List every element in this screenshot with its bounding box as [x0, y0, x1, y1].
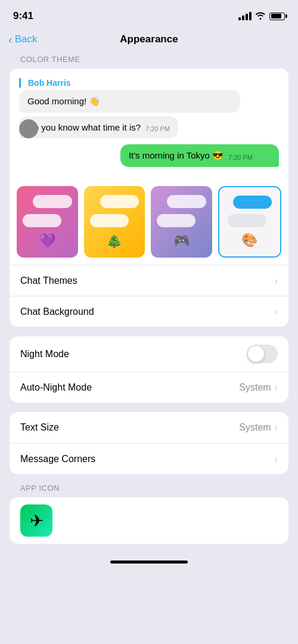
- auto-night-mode-chevron-icon: ›: [275, 382, 278, 393]
- incoming-text-2: Do you know what time it is?: [27, 122, 141, 132]
- theme-option-2[interactable]: 🎄: [84, 186, 145, 258]
- message-corners-label: Message Corners: [20, 454, 95, 465]
- home-indicator: [0, 553, 298, 568]
- theme-option-3[interactable]: 🎮: [151, 186, 212, 258]
- theme-option-1[interactable]: 💜: [17, 186, 78, 258]
- main-content: COLOR THEME Bob Harris Good morning! 👋 D…: [0, 55, 298, 544]
- night-mode-row[interactable]: Night Mode: [10, 336, 288, 371]
- chat-themes-chevron-icon: ›: [275, 275, 278, 286]
- text-appearance-card: Text Size System › Message Corners ›: [10, 412, 288, 474]
- outgoing-text: It's morning in Tokyo 😎: [129, 150, 224, 161]
- message-corners-right: ›: [275, 454, 278, 465]
- chat-background-row[interactable]: Chat Background ›: [10, 296, 288, 327]
- auto-night-mode-value: System: [239, 382, 271, 393]
- back-label: Back: [15, 33, 38, 45]
- battery-icon: [269, 13, 285, 20]
- message-corners-row[interactable]: Message Corners ›: [10, 443, 288, 474]
- incoming-bubble-1: Good morning! 👋: [19, 90, 240, 113]
- text-size-label: Text Size: [20, 422, 59, 433]
- theme-4-bubble-in: [228, 214, 266, 227]
- color-theme-section-label: COLOR THEME: [10, 55, 288, 69]
- home-bar: [110, 561, 188, 564]
- text-size-right: System ›: [239, 422, 278, 433]
- toggle-knob: [248, 346, 264, 362]
- night-mode-label: Night Mode: [20, 349, 69, 360]
- text-size-value: System: [239, 422, 271, 433]
- incoming-text-1: Good morning! 👋: [27, 96, 100, 107]
- auto-night-mode-label: Auto-Night Mode: [20, 382, 92, 393]
- text-size-chevron-icon: ›: [275, 422, 278, 433]
- theme-1-bubble-in: [23, 214, 61, 227]
- nav-bar: ‹ Back Appearance: [0, 29, 298, 55]
- color-theme-card: Bob Harris Good morning! 👋 Do you know w…: [10, 69, 288, 327]
- page-title: Appearance: [120, 33, 178, 45]
- chat-themes-label: Chat Themes: [20, 275, 77, 286]
- text-size-row[interactable]: Text Size System ›: [10, 412, 288, 443]
- app-icon-preview-card: ✈: [10, 497, 288, 544]
- message-corners-chevron-icon: ›: [275, 454, 278, 465]
- theme-option-4[interactable]: 🎨: [218, 186, 282, 258]
- app-icon-symbol: ✈: [30, 511, 44, 531]
- chat-background-label: Chat Background: [20, 306, 94, 317]
- signal-icon: [238, 12, 252, 20]
- theme-2-emoji: 🎄: [106, 233, 122, 249]
- auto-night-mode-right: System ›: [239, 382, 278, 393]
- incoming-message-group: Bob Harris Good morning! 👋 Do you know w…: [19, 78, 279, 138]
- read-receipt-icon: ✓✓: [257, 152, 271, 161]
- back-button[interactable]: ‹ Back: [8, 33, 37, 45]
- incoming-time: 7:20 PM: [145, 125, 170, 132]
- chat-background-right: ›: [275, 306, 278, 317]
- theme-3-bubble-out: [167, 195, 206, 208]
- back-chevron-icon: ‹: [8, 33, 13, 45]
- theme-2-bubble-out: [100, 195, 139, 208]
- status-icons: [238, 11, 285, 21]
- outgoing-time: 7:20 PM: [228, 154, 253, 161]
- app-icon: ✈: [20, 504, 52, 537]
- outgoing-bubble: It's morning in Tokyo 😎 7:20 PM ✓✓: [120, 144, 279, 167]
- app-icon-section-label: APP ICON: [10, 484, 288, 497]
- auto-night-mode-row[interactable]: Auto-Night Mode System ›: [10, 371, 288, 402]
- theme-1-bubble-out: [33, 195, 72, 208]
- chat-themes-right: ›: [275, 275, 278, 286]
- theme-2-bubble-in: [90, 214, 129, 227]
- theme-1-emoji: 💜: [39, 233, 55, 249]
- theme-3-bubble-in: [157, 214, 195, 227]
- night-mode-toggle[interactable]: [247, 345, 278, 363]
- wifi-icon: [255, 11, 266, 21]
- sender-name: Bob Harris: [19, 78, 279, 88]
- chat-themes-row[interactable]: Chat Themes ›: [10, 265, 288, 296]
- chat-background-chevron-icon: ›: [275, 306, 278, 317]
- theme-3-emoji: 🎮: [173, 233, 190, 249]
- theme-4-emoji: 🎨: [241, 233, 257, 248]
- theme-selector: 💜 🎄 🎮: [10, 186, 288, 265]
- status-time: 9:41: [13, 10, 33, 22]
- status-bar: 9:41: [0, 0, 298, 29]
- chat-preview: Bob Harris Good morning! 👋 Do you know w…: [10, 69, 288, 177]
- theme-4-bubble-out: [233, 196, 272, 209]
- outgoing-message-group: It's morning in Tokyo 😎 7:20 PM ✓✓: [19, 144, 279, 167]
- night-mode-card: Night Mode Auto-Night Mode System ›: [10, 336, 288, 402]
